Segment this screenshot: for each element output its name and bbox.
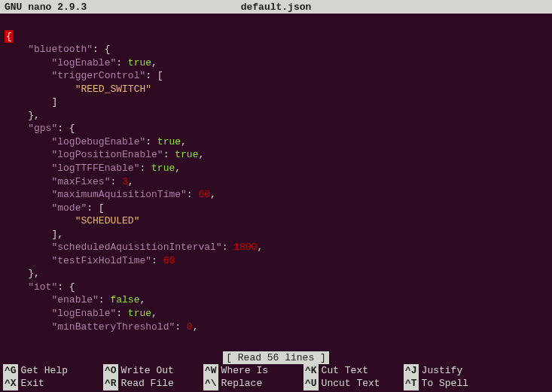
shortcut-key: ^U [303, 377, 319, 390]
shortcut-exit[interactable]: ^XExit [3, 377, 103, 390]
shortcut-where-is[interactable]: ^WWhere Is [203, 364, 303, 378]
shortcut-label: Uncut Text [322, 377, 380, 390]
code-line: "bluetooth": { [5, 43, 547, 56]
shortcut-label: Exit [21, 377, 44, 390]
code-line: "mode": [ [5, 202, 547, 215]
code-line: "maximumAquisitionTime": 60, [5, 188, 547, 202]
code-line: "scheduledAquisitionInterval": 1800, [5, 241, 547, 254]
status-message: [ Read 56 lines ] [223, 351, 329, 365]
shortcut-key: ^J [404, 364, 419, 378]
shortcut-key: ^O [103, 364, 118, 378]
code-line: "testFixHoldTime": 60 [5, 254, 547, 268]
shortcut-key: ^R [103, 377, 118, 390]
shortcut-label: Write Out [121, 364, 174, 378]
shortcut-label: Replace [221, 377, 263, 390]
code-line: }, [5, 109, 547, 123]
status-bar: [ Read 56 lines ] [0, 351, 552, 365]
code-line: "logTTFFEnable": true, [5, 162, 547, 175]
shortcut-label: Read File [121, 377, 174, 390]
code-line: "triggerControl": [ [5, 69, 547, 83]
filename: default.json [241, 1, 312, 14]
code-line: "SCHEDULED" [5, 214, 547, 228]
code-line: "logDebugEnable": true, [5, 135, 547, 149]
shortcut-get-help[interactable]: ^GGet Help [3, 364, 103, 378]
shortcut-row-1: ^GGet Help^OWrite Out^WWhere Is^KCut Tex… [3, 364, 549, 378]
app-name: GNU nano 2.9.3 [5, 1, 87, 14]
code-line: "maxFixes": 3, [5, 175, 547, 189]
shortcut-replace[interactable]: ^\Replace [203, 377, 303, 390]
shortcut-cut-text[interactable]: ^KCut Text [303, 364, 404, 378]
shortcut-key: ^X [3, 377, 18, 390]
code-line: "enable": false, [5, 293, 547, 307]
shortcut-label: Where Is [221, 364, 268, 378]
shortcut-label: Get Help [21, 364, 68, 378]
shortcut-row-2: ^XExit^RRead File^\Replace^UUncut Text^T… [3, 377, 549, 390]
shortcut-uncut-text[interactable]: ^UUncut Text [303, 377, 404, 390]
code-line: "gps": { [5, 122, 547, 135]
shortcut-key: ^\ [203, 377, 218, 390]
code-lines: "bluetooth": { "logEnable": true, "trigg… [5, 43, 547, 333]
shortcut-justify[interactable]: ^JJustify [404, 364, 504, 378]
shortcut-key: ^T [404, 377, 419, 390]
code-line: "logEnable": true, [5, 307, 547, 321]
shortcut-to-spell[interactable]: ^TTo Spell [404, 377, 504, 390]
shortcut-bar: ^GGet Help^OWrite Out^WWhere Is^KCut Tex… [0, 364, 552, 392]
shortcut-key: ^G [3, 364, 18, 378]
code-line: ] [5, 96, 547, 109]
code-line: ], [5, 228, 547, 242]
shortcut-label: Justify [422, 364, 463, 378]
code-line: "logEnable": true, [5, 56, 547, 70]
code-line: "logPositionEnable": true, [5, 148, 547, 162]
editor-area[interactable]: { "bluetooth": { "logEnable": true, "tri… [0, 14, 552, 350]
code-line: "REED_SWITCH" [5, 83, 547, 96]
shortcut-write-out[interactable]: ^OWrite Out [103, 364, 203, 378]
cursor: { [5, 30, 14, 44]
shortcut-key: ^W [203, 364, 218, 378]
code-line: "iot": { [5, 281, 547, 294]
code-line: "minBatteryThreshold": 0, [5, 321, 547, 334]
shortcut-label: To Spell [422, 377, 468, 390]
code-line: }, [5, 267, 547, 281]
shortcut-read-file[interactable]: ^RRead File [103, 377, 203, 390]
title-bar: GNU nano 2.9.3 default.json [0, 0, 552, 14]
shortcut-label: Cut Text [322, 364, 368, 378]
shortcut-key: ^K [303, 364, 319, 378]
